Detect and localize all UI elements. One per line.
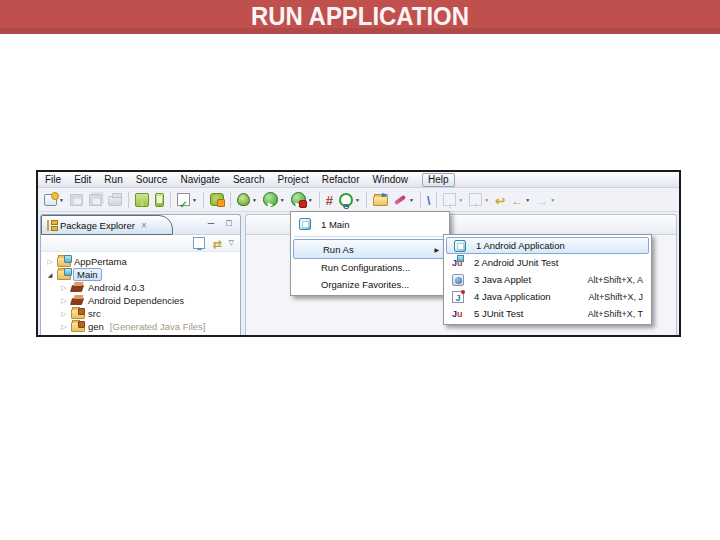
mark-occurrences-button[interactable]: \	[424, 190, 433, 210]
g-glyph: G	[343, 202, 349, 212]
caret-icon[interactable]: ▼	[355, 197, 360, 203]
backslash-glyph: \	[427, 194, 430, 208]
android-sdk-manager-button[interactable]: ↓	[132, 190, 152, 210]
menu-project[interactable]: Project	[278, 174, 309, 185]
folder-import-icon	[373, 196, 388, 206]
toolbar-separator	[319, 192, 320, 208]
tree-item-apppertama[interactable]: ▷ AppPertama	[41, 255, 240, 268]
caret-icon[interactable]: ▼	[550, 197, 555, 203]
android-app-icon	[454, 240, 466, 252]
minus-glyph: −	[197, 244, 202, 254]
new-wizard-button[interactable]: ▼	[41, 190, 67, 210]
menu-item-label: 1 Main	[321, 219, 350, 230]
mark-occurrences-icon: \	[427, 191, 430, 209]
menu-window[interactable]: Window	[372, 174, 408, 185]
menu-item-3-java-applet[interactable]: 3 Java Applet Alt+Shift+X, A	[445, 271, 650, 288]
menu-search[interactable]: Search	[233, 174, 265, 185]
expander-collapsed-icon[interactable]: ▷	[60, 310, 68, 318]
menu-source[interactable]: Source	[136, 174, 168, 185]
menu-navigate[interactable]: Navigate	[180, 174, 219, 185]
expander-expanded-icon[interactable]: ◢	[46, 271, 54, 278]
android-sdk-manager-icon: ↓	[135, 193, 149, 207]
menu-item-1-main[interactable]: 1 Main	[292, 214, 448, 234]
menu-file[interactable]: File	[45, 174, 61, 185]
project-tree: ▷ AppPertama ◢ Main ▷ Android 4.0.3	[41, 252, 240, 333]
menu-item-label: 4 Java Application	[474, 291, 551, 302]
page-title: RUN APPLICATION	[29, 0, 691, 33]
new-test-button[interactable]: ✓▼	[174, 190, 200, 210]
menu-item-4-java-application[interactable]: J 4 Java Application Alt+Shift+X, J	[445, 288, 650, 305]
minimize-icon[interactable]: ─	[205, 217, 217, 229]
tree-item-main[interactable]: ◢ Main	[41, 268, 240, 281]
caret-icon[interactable]: ▼	[192, 197, 197, 203]
collapse-all-icon[interactable]: −	[193, 237, 205, 249]
debug-button[interactable]: ▼	[234, 190, 260, 210]
back-arrow-icon: ←	[511, 191, 523, 209]
previous-annotation-button[interactable]: ↑▼	[466, 190, 492, 210]
print-button[interactable]	[105, 190, 125, 210]
caret-icon[interactable]: ▼	[409, 197, 414, 203]
menu-refactor[interactable]: Refactor	[322, 174, 360, 185]
next-annotation-button[interactable]: ↓▼	[440, 190, 466, 210]
coverage-button[interactable]: G▼	[336, 190, 363, 210]
slide-title-banner: RUN APPLICATION	[0, 0, 720, 34]
close-icon[interactable]: ×	[141, 220, 147, 231]
caret-icon[interactable]: ▼	[252, 197, 257, 203]
menu-edit[interactable]: Edit	[74, 174, 91, 185]
expander-collapsed-icon[interactable]: ▷	[46, 258, 54, 266]
menu-item-5-junit-test[interactable]: Ju 5 JUnit Test Alt+Shift+X, T	[445, 305, 650, 322]
android-lint-button[interactable]	[207, 190, 227, 210]
save-icon	[70, 194, 83, 206]
caret-icon[interactable]: ▼	[525, 197, 530, 203]
back-button[interactable]: ←▼	[508, 190, 533, 210]
menu-item-run-configurations[interactable]: Run Configurations...	[292, 259, 448, 276]
avd-manager-button[interactable]	[152, 190, 167, 210]
tab-package-explorer[interactable]: Package Explorer ×	[41, 215, 173, 235]
run-external-button[interactable]: ▶▼	[288, 190, 316, 210]
tree-item-label-selected: Main	[73, 268, 102, 281]
forward-arrow-icon: →	[536, 191, 548, 209]
caret-icon[interactable]: ▼	[280, 197, 285, 203]
junit-icon: Ju	[452, 308, 464, 320]
save-all-button[interactable]	[86, 190, 105, 210]
tree-item-src[interactable]: ▷ src	[41, 307, 240, 320]
package-explorer-icon	[47, 220, 56, 231]
android-junit-icon: Ju	[452, 257, 464, 269]
expander-collapsed-icon[interactable]: ▷	[60, 297, 68, 305]
java-grid-button[interactable]: #	[323, 190, 336, 210]
toolbar-separator	[230, 192, 231, 208]
menu-item-label: 2 Android JUnit Test	[474, 257, 558, 268]
expander-collapsed-icon[interactable]: ▷	[60, 323, 68, 331]
last-edit-location-button[interactable]: ↩	[492, 190, 508, 210]
menu-help[interactable]: Help	[422, 173, 455, 187]
tree-item-android-4-0-3[interactable]: ▷ Android 4.0.3	[41, 281, 240, 294]
toolbar-separator	[420, 192, 421, 208]
forward-button[interactable]: →▼	[533, 190, 558, 210]
menu-item-2-android-junit-test[interactable]: Ju 2 Android JUnit Test	[445, 254, 650, 271]
menu-item-label: Run Configurations...	[321, 262, 410, 273]
menu-run[interactable]: Run	[104, 174, 122, 185]
caret-icon[interactable]: ▼	[59, 197, 64, 203]
tree-item-gen[interactable]: ▷ gen [Generated Java Files]	[41, 320, 240, 333]
menu-item-label: Run As	[323, 244, 354, 255]
maximize-icon[interactable]: □	[223, 217, 235, 229]
android-lint-icon	[210, 193, 224, 206]
caret-icon[interactable]: ▼	[308, 197, 313, 203]
import-button[interactable]	[370, 190, 391, 210]
caret-icon[interactable]: ▼	[484, 197, 489, 203]
menu-item-organize-favorites[interactable]: Organize Favorites...	[292, 276, 448, 293]
run-button[interactable]: ▶▼	[260, 190, 288, 210]
java-application-icon: J	[452, 291, 464, 303]
view-menu-icon[interactable]: ▽	[229, 239, 234, 247]
menu-item-1-android-application[interactable]: 1 Android Application	[446, 237, 649, 254]
up-arrow-glyph: ↑	[474, 200, 478, 211]
menu-separator	[294, 236, 446, 237]
tree-item-android-dependencies[interactable]: ▷ Android Dependencies	[41, 294, 240, 307]
link-with-editor-icon[interactable]: ⇄	[212, 234, 221, 252]
save-button[interactable]	[67, 190, 86, 210]
highlighter-button[interactable]: ▼	[391, 190, 417, 210]
expander-collapsed-icon[interactable]: ▷	[60, 284, 68, 292]
caret-icon[interactable]: ▼	[458, 197, 463, 203]
last-edit-icon: ↩	[495, 191, 505, 209]
menu-item-run-as[interactable]: Run As ▶	[293, 239, 447, 259]
